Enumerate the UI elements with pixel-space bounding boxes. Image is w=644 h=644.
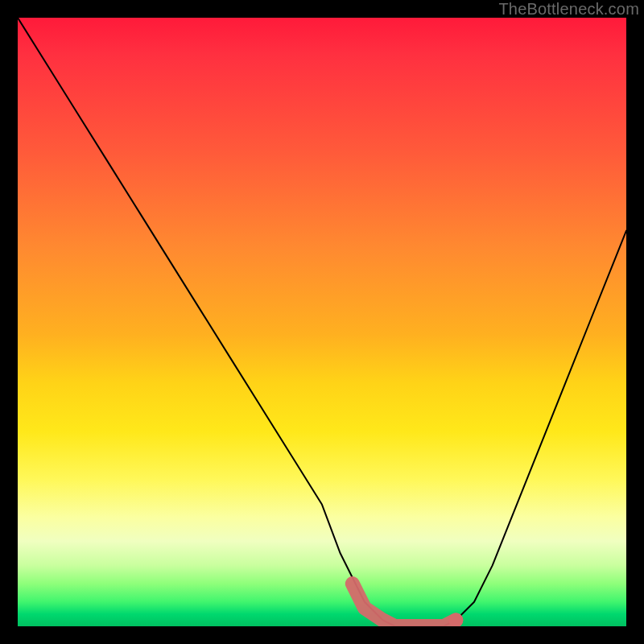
optimal-zone-highlight	[353, 584, 456, 626]
chart-frame: TheBottleneck.com	[0, 0, 644, 644]
watermark-text: TheBottleneck.com	[498, 0, 639, 19]
plot-area	[18, 18, 626, 626]
bottleneck-curve	[18, 18, 626, 626]
chart-svg	[18, 18, 626, 626]
